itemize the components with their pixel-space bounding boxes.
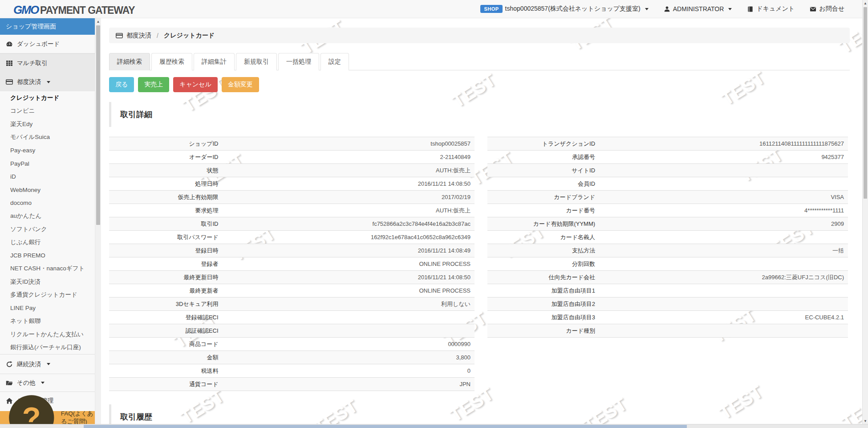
- table-row: ショップIDtshop00025857: [109, 137, 475, 151]
- row-value: [223, 324, 475, 338]
- scroll-up-arrow[interactable]: ▲: [95, 18, 101, 24]
- sidebar-subitem-8[interactable]: docomo: [0, 196, 95, 210]
- sidebar-item-others[interactable]: その他: [0, 374, 95, 391]
- tab-2[interactable]: 詳細集計: [194, 53, 235, 70]
- table-row: 状態AUTH:仮売上: [109, 164, 475, 177]
- row-label: ショップID: [109, 137, 223, 151]
- scroll-up-arrow[interactable]: ▲: [863, 0, 868, 6]
- breadcrumb-parent[interactable]: 都度決済: [126, 32, 151, 40]
- row-value: [599, 324, 848, 338]
- tab-0[interactable]: 詳細検索: [109, 53, 150, 70]
- page-scrollbar-thumb[interactable]: [864, 7, 867, 199]
- row-value: 4***********1111: [599, 204, 848, 217]
- table-row: カードブランドVISA: [487, 191, 848, 204]
- table-row: 商品コード0000990: [109, 338, 475, 351]
- table-row: 支払方法一括: [487, 244, 848, 257]
- row-label: 取引ID: [109, 217, 223, 231]
- scroll-down-arrow[interactable]: ▼: [863, 418, 868, 424]
- row-value: VISA: [599, 191, 848, 204]
- tab-1[interactable]: 履歴検索: [151, 53, 192, 70]
- administrator-menu[interactable]: ADMINISTRATOR: [664, 5, 732, 12]
- sidebar-item-label: ダッシュボード: [17, 40, 60, 48]
- sidebar-subitem-18[interactable]: リクルートかんたん支払い: [0, 328, 95, 341]
- sidebar-item-dashboard[interactable]: ダッシュボード: [0, 35, 95, 53]
- row-value: [599, 298, 848, 311]
- sidebar-subitem-19[interactable]: 銀行振込(バーチャル口座): [0, 341, 95, 355]
- row-value: [599, 177, 848, 191]
- sidebar-item-faq[interactable]: ? FAQ(よくあるご質問): [0, 411, 95, 424]
- sidebar-subitem-12[interactable]: JCB PREMO: [0, 249, 95, 262]
- row-label: カード番号: [487, 204, 599, 217]
- sidebar-subitem-5[interactable]: PayPal: [0, 157, 95, 171]
- credit-card-icon: [116, 32, 123, 39]
- table-row: 会員ID: [487, 177, 848, 191]
- dashboard-icon: [6, 41, 13, 48]
- horizontal-scrollbar-thumb[interactable]: [84, 425, 687, 428]
- sidebar-scrollbar-thumb[interactable]: [96, 25, 100, 225]
- row-value: tshop00025857: [223, 137, 475, 151]
- row-label: 商品コード: [109, 338, 223, 351]
- sidebar-subitem-16[interactable]: LINE Pay: [0, 302, 95, 315]
- row-value: [599, 231, 848, 244]
- main-content: TESTTESTTESTTESTTESTTESTTESTTESTTESTTEST…: [101, 18, 862, 428]
- action-button-0[interactable]: 戻る: [109, 77, 134, 92]
- row-value: 0000990: [223, 338, 475, 351]
- sidebar-subitem-11[interactable]: じぶん銀行: [0, 236, 95, 249]
- tab-5[interactable]: 設定: [320, 53, 349, 70]
- table-row: 承認番号9425377: [487, 151, 848, 164]
- sidebar-item-once-payment[interactable]: 都度決済: [0, 73, 95, 91]
- chevron-down-icon: [47, 363, 50, 365]
- table-row: 加盟店自由項目1: [487, 284, 848, 298]
- grid-icon: [6, 60, 13, 67]
- table-row: 取引IDfc752866a2c3c784e4f4e16a2b3c87ac: [109, 217, 475, 231]
- sidebar-subitem-9[interactable]: auかんたん: [0, 210, 95, 223]
- sidebar-subitem-15[interactable]: 多通貨クレジットカード: [0, 289, 95, 302]
- sidebar-item-label: 都度決済: [17, 78, 41, 86]
- sidebar-subitem-7[interactable]: WebMoney: [0, 183, 95, 197]
- row-value: AUTH:仮売上: [223, 164, 475, 177]
- row-label: 登録者: [109, 257, 223, 271]
- action-button-2[interactable]: キャンセル: [173, 77, 218, 92]
- tab-3[interactable]: 新規取引: [236, 53, 277, 70]
- chevron-down-icon: [645, 8, 649, 10]
- row-label: カード名義人: [487, 231, 599, 244]
- documents-link[interactable]: ドキュメント: [747, 5, 795, 13]
- sidebar-scrollbar[interactable]: ▲: [95, 18, 101, 428]
- row-label: オーダーID: [109, 151, 223, 164]
- row-label: 状態: [109, 164, 223, 177]
- shop-selector[interactable]: SHOP tshop00025857(株式会社ネットショップ支援室): [480, 5, 648, 13]
- row-value: 2909: [599, 217, 848, 231]
- sidebar-subitem-4[interactable]: Pay-easy: [0, 144, 95, 157]
- table-row: 分割回数: [487, 257, 848, 271]
- tab-4[interactable]: 一括処理: [278, 53, 319, 70]
- chevron-down-icon: [728, 8, 732, 10]
- row-label: 承認番号: [487, 151, 599, 164]
- sidebar-subitem-2[interactable]: 楽天Edy: [0, 118, 95, 131]
- row-label: 税送料: [109, 364, 223, 378]
- sidebar-subitem-10[interactable]: ソフトバンク: [0, 223, 95, 236]
- sidebar-subitem-14[interactable]: 楽天ID決済: [0, 275, 95, 289]
- row-label: カード種別: [487, 324, 599, 338]
- user-icon: [664, 6, 670, 12]
- row-label: カード有効期限(YYMM): [487, 217, 599, 231]
- sidebar-subitem-0[interactable]: クレジットカード: [0, 91, 95, 105]
- sidebar-subitem-6[interactable]: iD: [0, 170, 95, 183]
- action-button-1[interactable]: 実売上: [138, 77, 169, 92]
- breadcrumb: 都度決済 / クレジットカード: [109, 28, 850, 43]
- sidebar-subitem-17[interactable]: ネット銀聯: [0, 315, 95, 328]
- contact-link[interactable]: お問合せ: [810, 5, 844, 13]
- topbar-right: SHOP tshop00025857(株式会社ネットショップ支援室) ADMIN…: [480, 0, 844, 18]
- sidebar-item-recurring[interactable]: 継続決済: [0, 354, 95, 374]
- question-circle-icon: ?: [6, 392, 57, 428]
- horizontal-scrollbar[interactable]: [0, 424, 868, 428]
- breadcrumb-current: クレジットカード: [164, 32, 215, 40]
- sidebar-subitem-13[interactable]: NET CASH・nanacoギフト: [0, 262, 95, 276]
- page-scrollbar[interactable]: ▲ ▼: [862, 0, 868, 428]
- sidebar-item-label: FAQ(よくあるご質問): [61, 410, 95, 426]
- sidebar-subitem-1[interactable]: コンビニ: [0, 105, 95, 118]
- action-button-3[interactable]: 金額変更: [222, 77, 259, 92]
- sidebar-item-multi[interactable]: マルチ取引: [0, 53, 95, 73]
- row-value: 2-21140849: [223, 151, 475, 164]
- row-value: ONLINE PROCESS: [223, 284, 475, 298]
- sidebar-subitem-3[interactable]: モバイルSuica: [0, 131, 95, 144]
